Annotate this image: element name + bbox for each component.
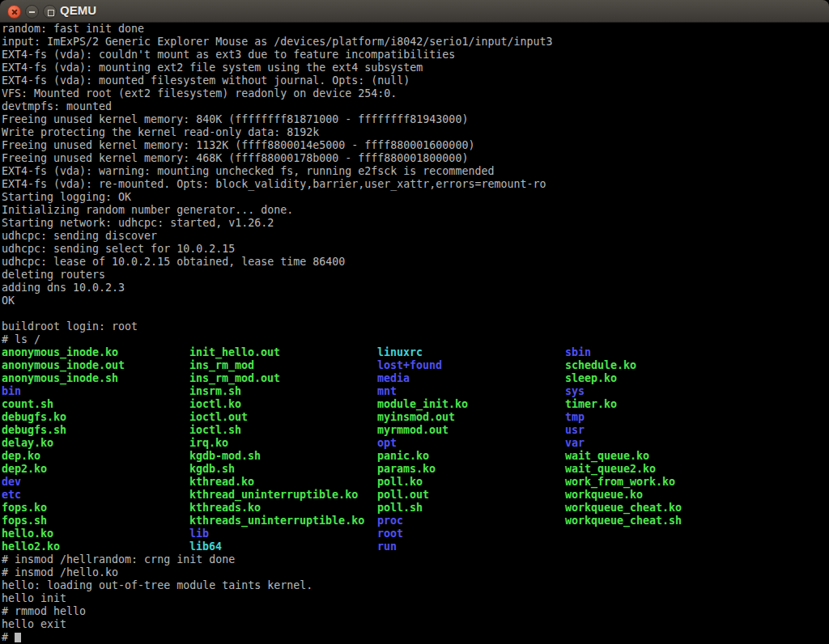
file-entry: usr [565, 424, 585, 437]
file-entry: insrm.sh [189, 385, 377, 398]
terminal-output: random: fast init doneinput: ImExPS/2 Ge… [2, 23, 829, 631]
ls-output-row: count.shioctl.komodule_init.kotimer.ko [2, 398, 829, 411]
file-entry: params.ko [377, 463, 565, 476]
file-entry: debugfs.sh [2, 424, 189, 437]
terminal-line: hello exit [2, 618, 829, 631]
file-entry: dep.ko [2, 450, 189, 463]
terminal-line: udhcpc: sending select for 10.0.2.15 [2, 243, 829, 256]
file-entry: delay.ko [2, 437, 189, 450]
terminal-line: EXT4-fs (vda): mounting ext2 file system… [2, 61, 829, 74]
file-entry: myrmmod.out [377, 424, 565, 437]
terminal-line: Initializing random number generator... … [2, 204, 829, 217]
file-entry: hello2.ko [2, 540, 189, 553]
terminal-line: Write protecting the kernel read-only da… [2, 126, 829, 139]
file-entry: wait_queue.ko [565, 450, 649, 463]
terminal-line: # rmmod hello [2, 605, 829, 618]
file-entry: ins_rm_mod.out [189, 372, 377, 385]
file-entry: linuxrc [377, 346, 565, 359]
minimize-icon [29, 11, 35, 13]
terminal-line: Freeing unused kernel memory: 468K (ffff… [2, 152, 829, 165]
terminal-line: VFS: Mounted root (ext2 filesystem) read… [2, 87, 829, 100]
file-entry: wait_queue2.ko [565, 463, 656, 476]
file-entry: var [565, 437, 585, 450]
close-button[interactable] [7, 5, 21, 19]
file-entry: hello.ko [2, 527, 189, 540]
terminal-line [2, 307, 829, 320]
terminal-line: hello: loading out-of-tree module taints… [2, 579, 829, 592]
file-entry: irq.ko [189, 437, 377, 450]
terminal-line: # insmod /hellrandom: crng init done [2, 553, 829, 566]
terminal-line: hello init [2, 592, 829, 605]
terminal-line: # ls / [2, 333, 829, 346]
ls-output-row: dep.kokgdb-mod.shpanic.kowait_queue.ko [2, 450, 829, 463]
ls-output-row: anonymous_inode.outins_rm_modlost+founds… [2, 359, 829, 372]
ls-output-row: dep2.kokgdb.shparams.kowait_queue2.ko [2, 463, 829, 476]
file-entry: workqueue_cheat.ko [565, 502, 682, 515]
terminal-line: # insmod /hello.ko [2, 566, 829, 579]
file-entry: timer.ko [565, 398, 617, 411]
minimize-button[interactable] [25, 5, 39, 19]
file-entry: anonymous_inode.sh [2, 372, 189, 385]
file-entry: lib64 [189, 540, 377, 553]
terminal-line: Starting logging: OK [2, 191, 829, 204]
terminal-line: adding dns 10.0.2.3 [2, 282, 829, 294]
terminal-line: deleting routers [2, 269, 829, 282]
terminal-line: Freeing unused kernel memory: 1132K (fff… [2, 139, 829, 152]
file-entry: myinsmod.out [377, 411, 565, 424]
qemu-window: QEMU random: fast init doneinput: ImExPS… [0, 0, 829, 644]
file-entry: work_from_work.ko [565, 476, 675, 489]
file-entry: run [377, 540, 397, 553]
file-entry: fops.ko [2, 502, 189, 515]
maximize-button[interactable] [43, 5, 57, 19]
file-entry: init_hello.out [189, 346, 377, 359]
file-entry: anonymous_inode.out [2, 359, 189, 372]
close-icon [8, 6, 20, 18]
file-entry: etc [2, 489, 189, 502]
ls-output-row: debugfs.koioctl.outmyinsmod.outtmp [2, 411, 829, 424]
maximize-icon [48, 10, 54, 16]
file-entry: tmp [565, 411, 585, 424]
terminal-line: devtmpfs: mounted [2, 100, 829, 113]
terminal-cursor [15, 633, 21, 642]
terminal-line: buildroot login: root [2, 320, 829, 333]
file-entry: lost+found [377, 359, 565, 372]
file-entry: media [377, 372, 565, 385]
file-entry: count.sh [2, 398, 189, 411]
terminal-line: EXT4-fs (vda): mounted filesystem withou… [2, 74, 829, 87]
window-title: QEMU [60, 3, 96, 17]
file-entry: root [377, 527, 403, 540]
terminal-line: EXT4-fs (vda): warning: mounting uncheck… [2, 165, 829, 178]
file-entry: sbin [565, 346, 591, 359]
file-entry: panic.ko [377, 450, 565, 463]
file-entry: proc [377, 515, 565, 527]
file-entry: schedule.ko [565, 359, 636, 372]
file-entry: kthread.ko [189, 476, 377, 489]
file-entry: kgdb-mod.sh [189, 450, 377, 463]
shell-prompt: # [2, 631, 15, 643]
file-entry: opt [377, 437, 565, 450]
terminal-line: random: fast init done [2, 23, 829, 36]
terminal-line: Starting network: udhcpc: started, v1.26… [2, 217, 829, 230]
file-entry: mnt [377, 385, 565, 398]
file-entry: fops.sh [2, 515, 189, 527]
terminal-line: OK [2, 294, 829, 307]
terminal-line: Freeing unused kernel memory: 840K (ffff… [2, 113, 829, 126]
file-entry: module_init.ko [377, 398, 565, 411]
ls-output-row: delay.koirq.kooptvar [2, 437, 829, 450]
ls-output-row: anonymous_inode.koinit_hello.outlinuxrcs… [2, 346, 829, 359]
ls-output-row: hello2.kolib64run [2, 540, 829, 553]
file-entry: debugfs.ko [2, 411, 189, 424]
ls-output-row: debugfs.shioctl.shmyrmmod.outusr [2, 424, 829, 437]
file-entry: poll.ko [377, 476, 565, 489]
file-entry: dep2.ko [2, 463, 189, 476]
terminal-screen[interactable]: random: fast init doneinput: ImExPS/2 Ge… [0, 23, 829, 644]
file-entry: lib [189, 527, 377, 540]
file-entry: bin [2, 385, 189, 398]
file-entry: ins_rm_mod [189, 359, 377, 372]
file-entry: workqueue_cheat.sh [565, 515, 682, 527]
terminal-line: input: ImExPS/2 Generic Explorer Mouse a… [2, 36, 829, 49]
ls-output-row: etckthread_uninterruptible.kopoll.outwor… [2, 489, 829, 502]
ls-output-row: fops.shkthreads_uninterruptible.koprocwo… [2, 515, 829, 527]
window-titlebar[interactable]: QEMU [0, 0, 829, 23]
ls-output-row: devkthread.kopoll.kowork_from_work.ko [2, 476, 829, 489]
